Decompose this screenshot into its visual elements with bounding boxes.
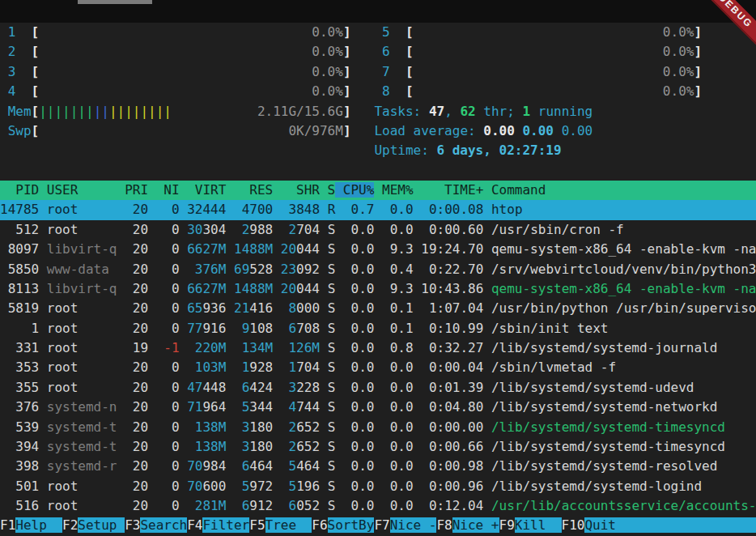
column-header-shr[interactable]: SHR [273, 182, 320, 198]
process-row-1[interactable]: 1 root 20 0 77916 9108 6708 S 0.0 0.1 0:… [0, 319, 756, 338]
cell-state: S [320, 479, 335, 494]
cell-pri: 20 [117, 458, 149, 474]
fkey-f8[interactable]: F8Nice + [436, 517, 499, 533]
cell-pid: 5819 [0, 300, 39, 316]
cpu1-bracket-open: [ [32, 24, 40, 40]
column-header-virt[interactable]: VIRT [180, 182, 227, 198]
cell-state: S [320, 300, 335, 316]
process-row-398[interactable]: 398 systemd-r 20 0 70984 6464 5464 S 0.0… [0, 457, 756, 476]
fkey-f7[interactable]: F7Nice - [374, 517, 436, 533]
cell-mem-percent: 0.0 [374, 380, 413, 395]
cell-mem-percent: 0.0 [374, 458, 413, 474]
cell-pid: 8113 [0, 281, 39, 296]
cell-pid: 501 [0, 479, 39, 494]
cell-pri: 20 [117, 439, 149, 454]
cell-shr: 3 [288, 202, 296, 217]
cell-user: libvirt-q [39, 281, 117, 296]
cell-state: S [320, 321, 335, 336]
process-row-331[interactable]: 331 root 19 -1 220M 134M 126M S 0.0 0.8 … [0, 338, 756, 358]
process-row-355[interactable]: 355 root 20 0 47448 6424 3228 S 0.0 0.0 … [0, 378, 756, 398]
fkey-f9[interactable]: F9Kill [499, 517, 562, 533]
column-header-pri[interactable]: PRI [117, 182, 149, 198]
process-row-512[interactable]: 512 root 20 0 30304 2988 2704 S 0.0 0.0 … [0, 220, 756, 240]
column-header-cpu-sort[interactable]: CPU% [335, 182, 374, 198]
process-row-8113[interactable]: 8113 libvirt-q 20 0 6627M 1488M 20044 S … [0, 279, 756, 299]
cell-mem-percent: 0.0 [374, 399, 413, 415]
column-header-mem[interactable]: MEM% [374, 182, 413, 198]
window-tab[interactable] [78, 0, 152, 4]
process-row-394[interactable]: 394 systemd-t 20 0 138M 3180 2652 S 0.0 … [0, 437, 756, 457]
column-header-res[interactable]: RES [226, 182, 273, 198]
cell-mem-percent: 0.0 [374, 202, 413, 217]
cell-user: root [39, 380, 117, 395]
f2-label: Setup [78, 517, 125, 533]
mem-bar-used: ||||||| [39, 104, 93, 119]
cell-virt: 6627M [187, 281, 226, 296]
load-average-label: Load average: [374, 123, 483, 138]
cell-pid: 398 [0, 458, 39, 474]
column-header-time[interactable]: TIME+ [414, 182, 484, 198]
screen: 1 [ 0.0%] 5 [ 0.0%] 2 [ 0.0%] 6 [ 0.0%] … [0, 0, 756, 536]
f5-key: F5 [249, 517, 265, 533]
column-header-ni[interactable]: NI [148, 182, 180, 198]
cell-res: 69 [234, 262, 249, 277]
cell-state: S [320, 380, 335, 395]
f8-key: F8 [436, 517, 452, 533]
column-header-user[interactable]: USER [39, 182, 117, 198]
cpu1-meter-bar [39, 24, 312, 40]
cell-ni: 0 [148, 439, 180, 454]
cell-time: 0:00.96 [414, 479, 484, 494]
column-header-state[interactable]: S [320, 182, 335, 198]
process-row-501[interactable]: 501 root 20 0 70600 5972 5196 S 0.0 0.0 … [0, 477, 756, 496]
process-row-8097[interactable]: 8097 libvirt-q 20 0 6627M 1488M 20044 S … [0, 240, 756, 259]
cell-cpu-percent: 0.7 [335, 202, 374, 217]
process-row-376[interactable]: 376 systemd-n 20 0 71964 5344 4744 S 0.0… [0, 398, 756, 417]
fkey-f5[interactable]: F5Tree [249, 517, 312, 533]
cell-user: root [39, 222, 117, 237]
cell-user: systemd-t [39, 439, 117, 454]
fkey-f4[interactable]: F4Filter [187, 517, 249, 533]
htop-terminal[interactable]: 1 [ 0.0%] 5 [ 0.0%] 2 [ 0.0%] 6 [ 0.0%] … [0, 23, 756, 536]
cpu1-percent: 0.0% [312, 24, 343, 40]
cell-pid: 512 [0, 222, 39, 237]
cell-mem-percent: 0.0 [374, 479, 413, 494]
process-row-539[interactable]: 539 systemd-t 20 0 138M 3180 2652 S 0.0 … [0, 418, 756, 437]
column-header-pid[interactable]: PID [0, 182, 39, 198]
cell-cpu-percent: 0.0 [335, 439, 374, 454]
f1-label: Help [15, 517, 62, 533]
cell-res: 3 [242, 419, 250, 435]
cell-shr: 6 [288, 498, 296, 513]
fkey-f10[interactable]: F10Quit [562, 517, 756, 533]
fkey-f6[interactable]: F6SortBy [312, 517, 374, 533]
mem-bar-buffers: || [94, 104, 109, 119]
cell-mem-percent: 9.3 [374, 241, 413, 257]
cell-pid: 353 [0, 359, 39, 375]
cell-command: /lib/systemd/systemd-journald [491, 340, 717, 355]
cpu-meter-row-4: 4 [ 0.0%] 8 [ 0.0%] [0, 82, 756, 101]
cell-user: root [39, 340, 117, 355]
column-header-command[interactable]: Command [483, 182, 546, 198]
fkey-f1[interactable]: F1Help [0, 517, 62, 533]
fkey-f3[interactable]: F3Search [125, 517, 187, 533]
process-row-5850[interactable]: 5850 www-data 20 0 376M 69528 23092 S 0.… [0, 260, 756, 279]
f6-key: F6 [312, 517, 327, 533]
memory-meter-row: Mem[||||||||||||||||| 2.11G/15.6G] Tasks… [0, 102, 756, 121]
cpu6-bracket-close: ] [694, 44, 702, 59]
fkey-f2[interactable]: F2Setup [62, 517, 125, 533]
cell-res: 9 [242, 321, 250, 336]
cpu6-percent: 0.0% [663, 44, 694, 59]
process-row-5819[interactable]: 5819 root 20 0 65936 21416 8000 S 0.0 0.… [0, 299, 756, 318]
cell-mem-percent: 0.0 [374, 222, 413, 237]
process-row-353[interactable]: 353 root 20 0 103M 1928 1704 S 0.0 0.0 0… [0, 358, 756, 377]
cell-virt: 103M [195, 359, 227, 375]
process-row-516[interactable]: 516 root 20 0 281M 6912 6052 S 0.0 0.0 0… [0, 496, 756, 516]
cell-virt: 32 [187, 202, 202, 217]
process-table-header: PID USER PRI NI VIRT RES SHR S CPU% MEM%… [0, 181, 756, 200]
cpu-meter-row-3: 3 [ 0.0%] 7 [ 0.0%] [0, 62, 756, 82]
cell-virt: 376M [195, 262, 227, 277]
cell-shr: 1 [288, 359, 296, 375]
cpu3-percent: 0.0% [312, 64, 343, 79]
cell-cpu-percent: 0.0 [335, 498, 374, 513]
process-row-14785[interactable]: 14785 root 20 0 32444 4700 3848 R 0.7 0.… [0, 200, 756, 219]
tasks-threads: 62 [460, 104, 475, 119]
